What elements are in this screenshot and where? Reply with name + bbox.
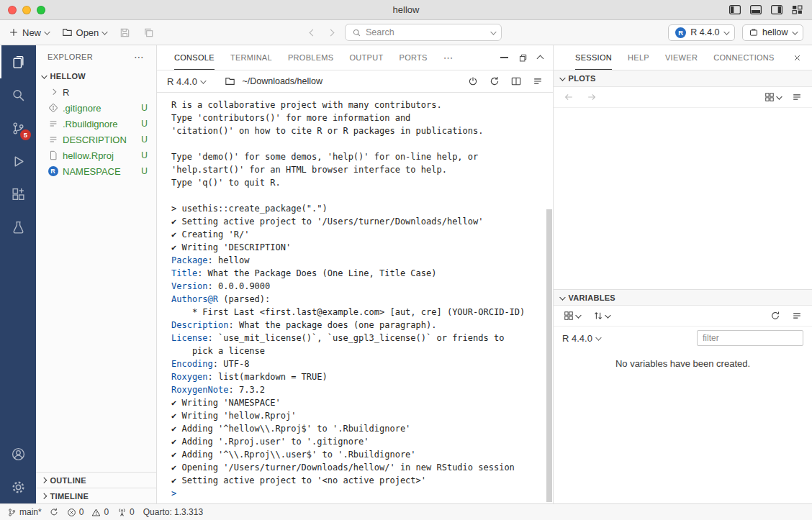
- close-window-button[interactable]: [8, 6, 17, 14]
- plots-menu-icon[interactable]: [792, 92, 802, 102]
- console-line: >: [171, 487, 543, 500]
- console-scrollbar[interactable]: [546, 209, 552, 502]
- activity-testing[interactable]: [0, 211, 36, 244]
- tab-viewer[interactable]: VIEWER: [665, 45, 698, 70]
- interpreter-label: R 4.4.0: [690, 27, 719, 37]
- variables-section-header[interactable]: VARIABLES: [554, 289, 812, 306]
- restart-console-icon[interactable]: [490, 76, 500, 86]
- problems-status[interactable]: 0 0: [67, 507, 109, 517]
- next-plot-icon[interactable]: [587, 92, 597, 102]
- console-line: 'help.start()' for an HTML browser inter…: [171, 163, 543, 176]
- new-button[interactable]: New: [9, 27, 49, 38]
- console-menu-icon[interactable]: [533, 76, 543, 86]
- activity-account[interactable]: [0, 437, 36, 470]
- file-icon: [48, 150, 58, 161]
- group-variables-icon[interactable]: [564, 311, 580, 321]
- console-line: ✔ Writing 'NAMESPACE': [171, 396, 543, 409]
- tab-problems[interactable]: PROBLEMS: [288, 45, 334, 70]
- console-line: ✔ Adding '^hellow\\.Rproj$' to '.Rbuildi…: [171, 422, 543, 435]
- refresh-variables-icon[interactable]: [770, 311, 780, 321]
- search-icon: [352, 28, 361, 37]
- working-directory[interactable]: ~/Downloads/hellow: [242, 76, 322, 86]
- top-action-bar: New Open R R: [0, 20, 812, 45]
- chevron-down-icon: [45, 29, 50, 35]
- plots-section-label: PLOTS: [569, 74, 596, 83]
- sort-variables-icon[interactable]: [593, 311, 610, 321]
- save-icon[interactable]: [119, 27, 130, 38]
- timeline-section-header[interactable]: TIMELINE: [36, 488, 156, 503]
- toggle-panel-icon[interactable]: [750, 5, 762, 14]
- zoom-window-button[interactable]: [37, 6, 45, 14]
- console-sessions-icon[interactable]: [511, 76, 521, 86]
- search-input[interactable]: [366, 27, 487, 37]
- file-tree-item-hellow.rproj[interactable]: hellow.RprojU: [36, 147, 156, 163]
- maximize-panel-icon[interactable]: [538, 53, 543, 63]
- variables-filter-input[interactable]: [697, 330, 803, 346]
- console-line: RoxygenNote: 7.3.2: [171, 383, 543, 396]
- workspace-section-label: HELLOW: [50, 72, 86, 81]
- toggle-left-sidebar-icon[interactable]: [729, 5, 741, 14]
- git-status-badge: U: [141, 134, 148, 145]
- navigate-forward-icon[interactable]: [328, 29, 335, 36]
- interpreter-selector[interactable]: R R 4.4.0: [668, 24, 735, 41]
- file-tree-item-r[interactable]: R: [36, 84, 156, 100]
- variables-empty-message: No variables have been created.: [554, 358, 812, 369]
- restore-panel-icon[interactable]: [518, 53, 528, 63]
- git-branch-status[interactable]: main*: [7, 507, 58, 517]
- list-icon: [48, 119, 58, 129]
- activity-source-control[interactable]: 5: [0, 111, 36, 145]
- status-bar: main* 0 0 0 Quarto: 1.3.313: [0, 503, 812, 520]
- tab-console[interactable]: CONSOLE: [174, 45, 215, 70]
- console-line: [171, 189, 543, 202]
- shutdown-console-icon[interactable]: [468, 76, 478, 86]
- workspace-section-header[interactable]: HELLOW: [36, 68, 156, 84]
- console-line: Type 'q()' to quit R.: [171, 176, 543, 189]
- tab-output[interactable]: OUTPUT: [349, 45, 383, 70]
- console-interpreter-selector[interactable]: R 4.4.0: [167, 76, 204, 87]
- activity-search[interactable]: [0, 78, 36, 111]
- activity-run-debug[interactable]: [0, 145, 36, 178]
- plots-section-header[interactable]: PLOTS: [554, 70, 812, 87]
- file-tree-item-description[interactable]: DESCRIPTIONU: [36, 132, 156, 147]
- console-toolbar: R 4.4.0 ~/Downloads/hellow: [157, 70, 553, 93]
- file-tree-item-gitignore[interactable]: .gitignoreU: [36, 100, 156, 116]
- open-button[interactable]: Open: [62, 27, 107, 38]
- outline-section-header[interactable]: OUTLINE: [36, 472, 156, 488]
- variables-menu-icon[interactable]: [792, 311, 802, 321]
- console-line: R is a collaborative project with many c…: [171, 99, 543, 111]
- tab-terminal[interactable]: TERMINAL: [230, 45, 272, 70]
- minimize-window-button[interactable]: [22, 6, 31, 14]
- file-tree-item-rbuildignore[interactable]: .RbuildignoreU: [36, 116, 156, 132]
- variables-runtime-selector[interactable]: R 4.4.0: [562, 333, 600, 344]
- console-line: ✔ Setting active project to '/Users/turn…: [171, 215, 543, 228]
- more-actions-icon[interactable]: ⋯: [134, 51, 145, 63]
- tab-session[interactable]: SESSION: [575, 45, 612, 70]
- save-all-icon[interactable]: [143, 27, 154, 38]
- radio-tower-icon: [117, 508, 127, 517]
- chevron-down-icon: [102, 29, 108, 35]
- quarto-status[interactable]: Quarto: 1.3.313: [143, 507, 203, 517]
- global-search-box[interactable]: [345, 24, 502, 41]
- chevron-down-icon: [595, 334, 601, 340]
- window-title: hellow: [0, 4, 812, 15]
- plot-layout-icon[interactable]: [764, 92, 781, 102]
- tab-ports[interactable]: PORTS: [400, 45, 428, 70]
- previous-plot-icon[interactable]: [564, 92, 574, 102]
- tab-help[interactable]: HELP: [628, 45, 649, 70]
- titlebar: hellow: [0, 0, 812, 20]
- r-logo-icon: R: [48, 166, 58, 177]
- activity-explorer[interactable]: [0, 45, 36, 78]
- activity-settings[interactable]: [0, 470, 36, 503]
- workspace-selector[interactable]: hellow: [742, 24, 803, 41]
- file-tree-item-namespace[interactable]: RNAMESPACEU: [36, 163, 156, 179]
- tab-connections[interactable]: CONNECTIONS: [713, 45, 775, 70]
- tab-overflow-icon[interactable]: ⋯: [443, 52, 454, 63]
- minimize-panel-icon[interactable]: [500, 57, 508, 58]
- close-icon[interactable]: [793, 53, 802, 63]
- customize-layout-icon[interactable]: [792, 5, 803, 14]
- navigate-back-icon[interactable]: [310, 29, 317, 36]
- activity-extensions[interactable]: [0, 178, 36, 211]
- console-output[interactable]: R is a collaborative project with many c…: [157, 93, 553, 503]
- toggle-right-sidebar-icon[interactable]: [771, 5, 782, 14]
- ports-status[interactable]: 0: [117, 507, 135, 517]
